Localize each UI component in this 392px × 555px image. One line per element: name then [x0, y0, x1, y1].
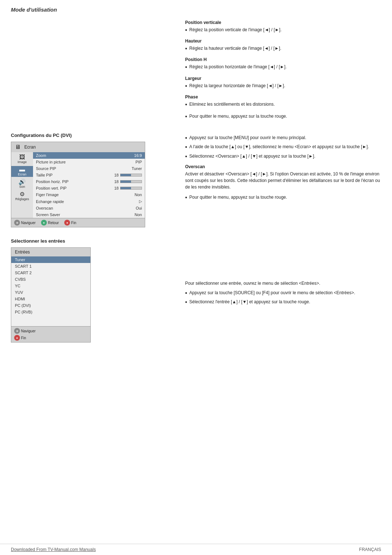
- largeur-section: Largeur • Réglez la largeur horizontale …: [185, 76, 381, 89]
- sidebar-reglages[interactable]: ⚙ Réglages: [11, 191, 33, 202]
- sidebar-image[interactable]: 🖼 Image: [11, 154, 33, 165]
- menu-row-taille-pip[interactable]: Taille PIP 18: [33, 172, 145, 178]
- menu-row-source-pip[interactable]: Source PIP Tuner: [33, 165, 145, 172]
- pos-h-text: Réglez la position horizontale de l'imag…: [189, 64, 381, 70]
- bullet-dot-2: •: [185, 45, 187, 52]
- entries-fin-label: Fin: [21, 336, 26, 340]
- figer-value: Non: [135, 193, 142, 197]
- entry-tuner[interactable]: Tuner: [11, 256, 90, 263]
- bullet-dot-4: •: [185, 82, 187, 89]
- menu-header-text: Ecran: [24, 145, 36, 150]
- overscan-description: Activer et désactiver <Overscan> [◄] / […: [185, 171, 381, 190]
- menu-row-pos-vert[interactable]: Position vert. PIP 18: [33, 185, 145, 191]
- bullet-menu-principal: • Appuyez sur la touche [MENU] pour ouvr…: [185, 134, 381, 141]
- hauteur-text: Réglez la hauteur verticale de l'image […: [189, 45, 381, 52]
- reglages-icon: ⚙: [20, 191, 25, 197]
- zoom-label: Zoom: [36, 153, 46, 158]
- left-column: Configurations du PC (DVI) 🖥 Ecran 🖼 Ima…: [11, 13, 178, 343]
- section-entrees-title: Sélectionner les entrées: [11, 238, 178, 244]
- entry-yc[interactable]: YC: [11, 283, 90, 289]
- pos-vert-bar: [120, 187, 142, 190]
- entry-spacer: [11, 315, 90, 326]
- entries-nav: ⊕ Naviguer: [14, 328, 87, 334]
- menu-footer: ⊕ Naviguer ● Retour ● Fin: [11, 218, 145, 227]
- menu-row-pos-horiz[interactable]: Position horiz. PIP 18: [33, 178, 145, 185]
- pos-h-bullet: • Réglez la position horizontale de l'im…: [185, 64, 381, 70]
- section-pc-dvi: Configurations du PC (DVI) 🖥 Ecran 🖼 Ima…: [11, 133, 178, 227]
- menu-header: 🖥 Ecran: [11, 142, 145, 152]
- sidebar-son-label: Son: [19, 185, 25, 189]
- pos-verticale-text: Réglez la position verticale de l'image …: [189, 27, 381, 33]
- bullet-dot-7: •: [185, 134, 187, 141]
- source-pip-label: Source PIP: [36, 166, 56, 171]
- pip-value: PIP: [135, 160, 142, 164]
- overscan-label: Overscan: [36, 206, 53, 210]
- sidebar-ecran[interactable]: ▬ Ecran: [11, 166, 33, 177]
- nav-icon: ⊕: [14, 220, 20, 226]
- fin-icon: ●: [64, 220, 70, 226]
- bullet-dot: •: [185, 27, 187, 33]
- menu-row-screensaver[interactable]: Screen Saver Non: [33, 211, 145, 218]
- entry-scart2[interactable]: SCART 2: [11, 270, 90, 276]
- entries-box: Entrées Tuner SCART 1 SCART 2 CVBS YC YU…: [11, 247, 91, 343]
- entry-scart1[interactable]: SCART 1: [11, 263, 90, 270]
- hauteur-bullet: • Réglez la hauteur verticale de l'image…: [185, 45, 381, 52]
- menu-sidebar: 🖼 Image ▬ Ecran 🔊 Son ⚙: [11, 152, 33, 218]
- entries-footer: ⊕ Naviguer ● Fin: [11, 326, 90, 342]
- largeur-heading: Largeur: [185, 76, 381, 81]
- hauteur-section: Hauteur • Réglez la hauteur verticale de…: [185, 39, 381, 52]
- taille-pip-label: Taille PIP: [36, 173, 53, 177]
- bullet-ecran-text: A l'aide de la touche [▲] ou [▼], sélect…: [189, 143, 381, 150]
- footer-lang: FRANÇAIS: [359, 547, 381, 552]
- bullet-dot-9: •: [185, 153, 187, 160]
- figer-label: Figer l'image: [36, 193, 59, 197]
- sidebar-image-label: Image: [17, 160, 26, 164]
- exit-note-2: • Pour quitter le menu, appuyez sur la t…: [185, 194, 381, 201]
- pos-horiz-value: 18: [114, 179, 142, 184]
- bullet-entree-select: • Sélectionnez l'entrée [▲] / [▼] et app…: [185, 299, 381, 305]
- pos-verticale-heading: Position verticale: [185, 20, 381, 25]
- taille-pip-value: 18: [114, 173, 142, 177]
- bullet-dot-6: •: [185, 113, 187, 120]
- bullet-overscan-select: • Sélectionnez <Overscan> [▲] / [▼] et a…: [185, 153, 381, 160]
- footer-link[interactable]: Downloaded From TV-Manual.com Manuals: [11, 547, 96, 552]
- footer-fin: ● Fin: [64, 220, 76, 226]
- position-verticale-section: Position verticale • Réglez la position …: [185, 20, 381, 33]
- bullet-entree-select-text: Sélectionnez l'entrée [▲] / [▼] et appuy…: [189, 299, 381, 305]
- phase-text: Eliminez les scintillements et les disto…: [189, 101, 381, 108]
- entry-hdmi[interactable]: HDMI: [11, 296, 90, 302]
- screensaver-value: Non: [135, 212, 142, 217]
- largeur-text: Réglez la largeur horizontale de l'image…: [189, 82, 381, 89]
- sidebar-son[interactable]: 🔊 Son: [11, 178, 33, 189]
- exit-note-2-text: Pour quitter le menu, appuyez sur la tou…: [189, 194, 381, 201]
- fin-label: Fin: [71, 221, 76, 225]
- entry-yuv[interactable]: YUV: [11, 289, 90, 296]
- echange-value: ▷: [139, 199, 142, 204]
- bullet-ecran: • A l'aide de la touche [▲] ou [▼], séle…: [185, 143, 381, 150]
- bullet-overscan-select-text: Sélectionnez <Overscan> [▲] / [▼] et app…: [189, 153, 381, 160]
- right-column: Position verticale • Réglez la position …: [178, 13, 381, 343]
- right-section-2: • Appuyez sur la touche [MENU] pour ouvr…: [185, 134, 381, 201]
- menu-row-echange[interactable]: Echange rapide ▷: [33, 198, 145, 205]
- phase-section: Phase • Eliminez les scintillements et l…: [185, 94, 381, 108]
- bullet-dot-10: •: [185, 194, 187, 201]
- source-pip-value: Tuner: [132, 166, 142, 171]
- pos-verticale-bullet: • Réglez la position verticale de l'imag…: [185, 27, 381, 33]
- hauteur-heading: Hauteur: [185, 39, 381, 44]
- bullet-source: • Appuyez sur la touche [SOURCE] ou [F4]…: [185, 289, 381, 296]
- menu-row-overscan[interactable]: Overscan Oui: [33, 205, 145, 211]
- sidebar-reglages-label: Réglages: [15, 197, 29, 201]
- menu-row-figer[interactable]: Figer l'image Non: [33, 191, 145, 198]
- entry-pc-rvb[interactable]: PC (RVB): [11, 309, 90, 315]
- menu-row-zoom[interactable]: Zoom 16:9: [33, 152, 145, 159]
- bullet-dot-3: •: [185, 64, 187, 70]
- pos-vert-value: 18: [114, 186, 142, 190]
- menu-content: 🖼 Image ▬ Ecran 🔊 Son ⚙: [11, 152, 145, 218]
- taille-pip-bar: [120, 174, 142, 177]
- pos-vert-label: Position vert. PIP: [36, 186, 66, 190]
- bullet-dot-11: •: [185, 289, 187, 296]
- entry-pc-dvi[interactable]: PC (DVI): [11, 302, 90, 309]
- entries-fin: ● Fin: [14, 335, 87, 341]
- menu-row-pip[interactable]: Picture in picture PIP: [33, 159, 145, 165]
- entry-cvbs[interactable]: CVBS: [11, 276, 90, 283]
